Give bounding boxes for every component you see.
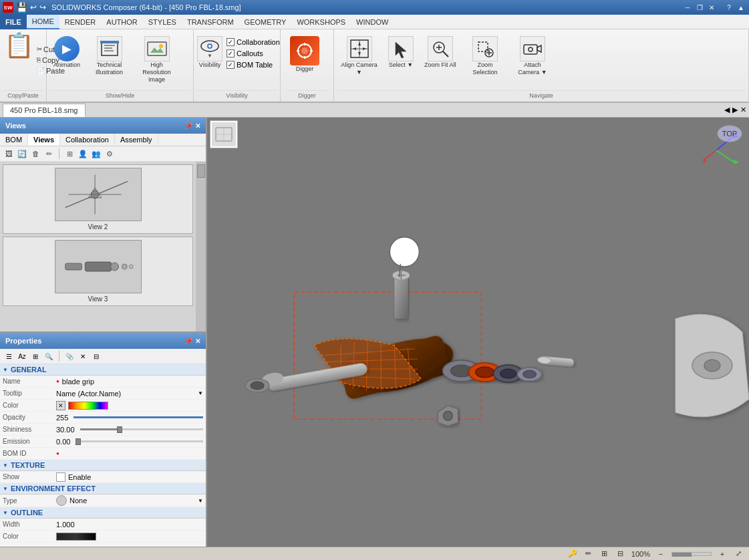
menu-author[interactable]: AUTHOR [101,15,142,29]
emission-thumb[interactable] [76,438,81,445]
digger-button[interactable]: Digger [286,33,323,76]
outline-color-value[interactable] [56,533,203,541]
props-header-controls[interactable]: 📌 ✕ [184,337,200,345]
status-grid-icon[interactable]: ⊞ [599,549,610,559]
close-button[interactable]: ✕ [706,2,717,13]
high-res-button[interactable]: High Resolution Image [134,33,179,86]
visibility-button[interactable]: ▼ Visibility [196,33,223,72]
status-layout-icon[interactable]: ⊟ [615,549,626,559]
tab-bom[interactable]: BOM [0,134,28,146]
menu-transform[interactable]: TRANSFORM [182,15,239,29]
general-section-label: GENERAL [11,366,47,374]
views-expand-button[interactable]: ⊞ [63,148,76,160]
tab-scroll-right[interactable]: ▶ [732,106,738,114]
digger-group: Digger Digger [281,29,334,102]
help-button[interactable]: ? [724,2,734,13]
emission-slider[interactable] [76,440,203,442]
status-edit-icon[interactable]: ✏ [583,549,594,559]
general-section-header[interactable]: ▼ GENERAL [0,364,206,376]
views-header-controls[interactable]: 📌 ✕ [184,122,200,130]
collapse-ribbon-button[interactable]: ▲ [736,2,746,13]
zoom-fill [672,553,692,557]
views-close-button[interactable]: ✕ [195,122,200,130]
menu-file[interactable]: FILE [0,15,27,29]
svg-point-91 [443,411,452,420]
color-value[interactable]: ✕ [56,401,203,410]
opacity-slider[interactable] [73,416,203,418]
menu-render[interactable]: RENDER [59,15,101,29]
views-new-button[interactable]: 🖼 [3,148,15,160]
props-close-button[interactable]: ✕ [195,337,200,345]
status-key-icon[interactable]: 🔑 [567,549,578,559]
type-dropdown[interactable]: ▼ [198,498,203,504]
menu-styles[interactable]: STYLES [143,15,182,29]
status-zoom-out[interactable]: − [655,549,666,559]
attach-camera-button[interactable]: Attach Camera ▼ [510,33,555,79]
tab-assembly[interactable]: Assembly [115,134,158,146]
prop-add[interactable]: 📎 [63,350,76,362]
color-swatch[interactable] [68,402,108,410]
align-camera-button[interactable]: Align Camera ▼ [337,33,382,79]
zoom-selection-button[interactable]: Zoom Selection [463,33,508,79]
quick-access-undo[interactable]: ↩ [30,3,37,12]
menu-home[interactable]: HOME [27,15,59,29]
width-label: Width [3,521,56,528]
shininess-slider[interactable] [80,428,203,430]
tab-close[interactable]: ✕ [740,106,746,114]
minimize-button[interactable]: ─ [682,2,693,13]
outline-color-swatch[interactable] [56,533,96,541]
menu-geometry[interactable]: GEOMETRY [239,15,292,29]
views-scroll-thumb[interactable] [197,164,205,178]
quick-access-save[interactable]: 💾 [16,2,27,13]
view-home-thumbnail[interactable] [210,120,238,148]
main-canvas[interactable]: TOP [207,118,749,547]
select-button[interactable]: Select ▼ [384,33,418,72]
zoom-fit-all-button[interactable]: Zoom Fit All [420,33,460,72]
view2-thumbnail[interactable]: View 2 [3,164,193,234]
outline-section-header[interactable]: ▼ OUTLINE [0,507,206,519]
prop-list-view[interactable]: ☰ [3,350,15,362]
views-group-button[interactable]: 👥 [90,148,102,160]
prop-alpha-sort[interactable]: Az [16,350,28,362]
main-tab[interactable]: 450 Pro FBL-18.smg [3,104,86,117]
bom-table-checkbox[interactable]: ✓ BOM Table [226,60,281,69]
shininess-thumb[interactable] [117,426,122,433]
navigate-group: Align Camera ▼ Select ▼ Zoom Fit All Zoo… [334,29,749,102]
tab-scroll-left[interactable]: ◀ [724,106,730,114]
navigation-cube[interactable]: TOP [686,120,746,180]
technical-illustration-button[interactable]: Technical Illustration [87,33,132,79]
status-fit-icon[interactable]: ⤢ [733,549,744,559]
views-delete-button[interactable]: 🗑 [29,148,41,160]
env-section-header[interactable]: ▼ ENVIRONMENT EFFECT [0,483,206,495]
name-dot: ● [56,378,59,384]
prop-filter[interactable]: 🔍 [43,350,55,362]
prop-remove[interactable]: ✕ [77,350,89,362]
views-user-button[interactable]: 👤 [77,148,89,160]
views-rename-button[interactable]: ✏ [43,148,55,160]
views-scrollbar[interactable] [196,162,206,331]
select-label: Select ▼ [389,61,413,69]
tooltip-dropdown[interactable]: ▼ [198,390,203,396]
paste-button[interactable]: 📋 [3,31,35,89]
status-zoom-in[interactable]: + [717,549,728,559]
prop-category-sort[interactable]: ⊞ [29,350,41,362]
callouts-checkbox[interactable]: ✓ Callouts [226,49,281,58]
zoom-slider[interactable] [671,552,712,556]
show-checkbox[interactable] [56,472,65,482]
quick-access-redo[interactable]: ↪ [39,3,46,12]
texture-section-header[interactable]: ▼ TEXTURE [0,460,206,471]
restore-button[interactable]: ❐ [694,2,705,13]
menu-workshops[interactable]: WORKSHOPS [291,15,351,29]
title-bar-controls[interactable]: ─ ❐ ✕ ? ▲ [682,2,746,13]
menu-window[interactable]: WINDOW [351,15,394,29]
views-settings-button[interactable]: ⚙ [104,148,116,160]
view3-thumbnail[interactable]: View 3 [3,237,193,306]
tab-views[interactable]: Views [28,134,60,146]
props-pin-button[interactable]: 📌 [184,337,192,345]
views-update-button[interactable]: 🔄 [16,148,28,160]
views-pin-button[interactable]: 📌 [184,122,192,130]
collaboration-checkbox[interactable]: ✓ Collaboration [226,37,281,47]
animation-button[interactable]: ▶ Animation [49,33,84,72]
tab-collaboration[interactable]: Collaboration [60,134,115,146]
prop-table[interactable]: ⊟ [90,350,102,362]
